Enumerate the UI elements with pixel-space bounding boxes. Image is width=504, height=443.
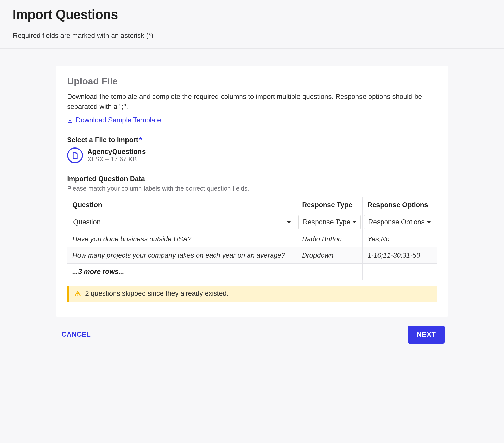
download-link-label: Download Sample Template	[76, 116, 161, 124]
col-header-response-options: Response Options	[362, 197, 437, 213]
imported-data-subtitle: Please match your column labels with the…	[67, 185, 437, 192]
warning-message: 2 questions skipped since they already e…	[85, 290, 228, 298]
select-file-label: Select a File to Import*	[67, 136, 437, 144]
footer-actions: CANCEL NEXT	[56, 323, 448, 346]
imported-data-title: Imported Question Data	[67, 175, 437, 183]
column-map-select-response-options[interactable]: Response Options	[364, 215, 435, 229]
selected-file-row[interactable]: AgencyQuestions XLSX – 17.67 KB	[67, 147, 437, 163]
col-header-question: Question	[67, 197, 297, 213]
next-button[interactable]: NEXT	[408, 326, 445, 344]
column-map-select-question[interactable]: Question	[69, 215, 295, 229]
file-icon	[67, 147, 83, 163]
file-name: AgencyQuestions	[87, 148, 146, 156]
file-meta: XLSX – 17.67 KB	[87, 156, 146, 163]
download-icon	[67, 117, 73, 123]
table-row: How many projects your company takes on …	[67, 247, 437, 263]
required-asterisk: *	[139, 136, 142, 144]
chevron-down-icon	[287, 221, 291, 223]
table-row: Have you done business outside USA? Radi…	[67, 231, 437, 247]
page-title: Import Questions	[13, 7, 491, 22]
download-sample-template-link[interactable]: Download Sample Template	[67, 116, 161, 124]
warning-icon	[74, 290, 81, 297]
column-map-select-response-type[interactable]: Response Type	[298, 215, 360, 229]
page-subtitle: Required fields are marked with an aster…	[13, 32, 491, 40]
upload-card: Upload File Download the template and co…	[56, 66, 448, 317]
chevron-down-icon	[427, 221, 431, 223]
table-more-rows: ...3 more rows... - -	[67, 263, 437, 280]
warning-alert: 2 questions skipped since they already e…	[67, 286, 437, 302]
col-header-response-type: Response Type	[297, 197, 362, 213]
cancel-button[interactable]: CANCEL	[59, 326, 93, 343]
page-header: Import Questions Required fields are mar…	[0, 0, 504, 49]
imported-data-table: Question Response Type Response Options …	[67, 197, 437, 280]
chevron-down-icon	[352, 221, 356, 223]
upload-description: Download the template and complete the r…	[67, 92, 437, 112]
upload-section-title: Upload File	[67, 76, 437, 87]
